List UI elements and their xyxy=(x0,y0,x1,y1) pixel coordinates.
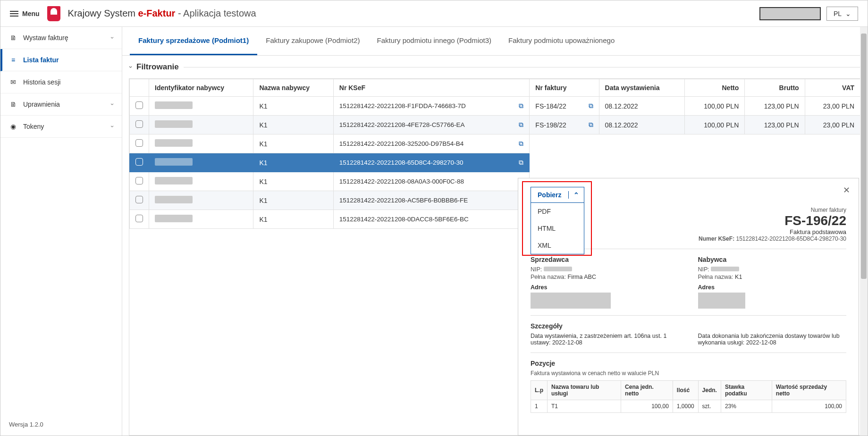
invoice-details-panel: ✕ Pobierz ⌃ PDF HTML XML xyxy=(518,178,859,436)
buyer-id-redacted xyxy=(155,101,193,109)
copy-icon[interactable]: ⧉ xyxy=(589,121,593,129)
buyer-name: K1 xyxy=(253,191,333,210)
tab-authorized[interactable]: Faktury podmiotu upoważnionego xyxy=(500,27,623,55)
col-buyer-name[interactable]: Nazwa nabywcy xyxy=(253,79,333,97)
items-table: L.p Nazwa towaru lub usługi Cena jedn. n… xyxy=(531,380,846,413)
col-buyer-id[interactable]: Identyfikator nabywcy xyxy=(149,79,253,97)
table-row[interactable]: K11512281422-20221208-4FE728-C57766-EA⧉F… xyxy=(130,116,860,134)
download-dropdown[interactable]: Pobierz ⌃ PDF HTML XML xyxy=(531,187,584,203)
coat-of-arms-icon xyxy=(47,6,60,21)
chevron-up-icon: ⌃ xyxy=(568,191,584,199)
download-xml[interactable]: XML xyxy=(531,237,584,254)
copy-icon[interactable]: ⧉ xyxy=(519,159,523,167)
scrollbar[interactable] xyxy=(860,27,868,436)
vat-amount: 23,00 PLN xyxy=(805,116,860,134)
filter-label: Filtrowanie xyxy=(136,62,179,72)
seller-title: Sprzedawca xyxy=(531,256,679,263)
download-button-label: Pobierz xyxy=(531,191,568,199)
list-icon: ≡ xyxy=(9,56,17,64)
checkbox[interactable] xyxy=(135,139,143,147)
main-content: Faktury sprzedażowe (Podmiot1) Faktury z… xyxy=(122,27,868,436)
checkbox[interactable] xyxy=(135,158,143,166)
checkbox[interactable] xyxy=(135,101,143,109)
col-gross[interactable]: Brutto xyxy=(745,79,805,97)
ksef-number: 1512281422-20221208-08A0A3-000F0C-88 xyxy=(339,178,513,185)
col-issue-date[interactable]: Data wystawienia xyxy=(599,79,684,97)
user-badge[interactable] xyxy=(759,7,821,20)
vat-amount: 23,00 PLN xyxy=(805,97,860,116)
nav-session-history[interactable]: ✉ Historia sesji xyxy=(0,71,122,93)
details-section-title: Szczegóły xyxy=(531,322,846,330)
chevron-down-icon: › xyxy=(109,126,116,127)
ksef-number: 1512281422-20221208-65D8C4-298270-30 xyxy=(339,159,513,166)
copy-icon[interactable]: ⧉ xyxy=(519,140,523,148)
buyer-id-redacted xyxy=(155,158,193,166)
download-html[interactable]: HTML xyxy=(531,220,584,237)
buyer-name: K1 xyxy=(253,134,333,153)
buyer-id-redacted xyxy=(155,215,193,222)
tab-purchase[interactable]: Faktury zakupowe (Podmiot2) xyxy=(257,27,368,55)
chevron-down-icon: › xyxy=(109,103,116,105)
checkbox[interactable] xyxy=(135,196,143,203)
buyer-name: K1 xyxy=(253,210,333,229)
net-amount: 100,00 PLN xyxy=(684,97,744,116)
filter-section-toggle[interactable]: › Filtrowanie xyxy=(122,56,868,78)
checkbox[interactable] xyxy=(135,120,143,128)
nav-label: Lista faktur xyxy=(23,56,59,64)
language-selector[interactable]: PL ⌄ xyxy=(826,7,858,21)
checkbox[interactable] xyxy=(135,215,143,222)
checkbox[interactable] xyxy=(135,177,143,184)
col-invoice-no[interactable]: Nr faktury xyxy=(530,79,599,97)
disc-icon: ◉ xyxy=(9,122,17,131)
col-net[interactable]: Netto xyxy=(684,79,744,97)
col-ksef[interactable]: Nr KSeF xyxy=(333,79,530,97)
ksef-number: 1512281422-20221208-4FE728-C57766-EA xyxy=(339,121,513,128)
nav-tokens[interactable]: ◉ Tokeny › xyxy=(0,116,122,138)
buyer-address xyxy=(698,293,745,309)
ksef-number: 1512281422-20221208-AC5BF6-B0BBB6-FE xyxy=(339,197,513,204)
sidebar: 🗎 Wystaw fakturę › ≡ Lista faktur ✉ Hist… xyxy=(0,27,122,436)
chevron-down-icon: › xyxy=(109,37,116,39)
app-title: Krajowy System e-Faktur - Aplikacja test… xyxy=(68,8,256,19)
buyer-name: K1 xyxy=(253,153,333,172)
issue-date: 08.12.2022 xyxy=(599,97,684,116)
table-row[interactable]: K11512281422-20221208-325200-D97B54-B4⧉ xyxy=(130,134,860,153)
table-row[interactable]: K11512281422-20221208-65D8C4-298270-30⧉ xyxy=(130,153,860,172)
gross-amount: 123,00 PLN xyxy=(745,97,805,116)
download-pdf[interactable]: PDF xyxy=(531,203,584,220)
buyer-name: K1 xyxy=(253,172,333,191)
invoice-tabs: Faktury sprzedażowe (Podmiot1) Faktury z… xyxy=(122,27,868,56)
buyer-id-redacted xyxy=(155,196,193,203)
document-icon: 🗎 xyxy=(9,34,17,42)
ksef-number: 1512281422-20221208-0DACC8-5BF6E6-BC xyxy=(339,216,513,223)
buyer-name: K1 xyxy=(253,116,333,134)
download-menu: PDF HTML XML xyxy=(531,203,584,254)
col-vat[interactable]: VAT xyxy=(805,79,860,97)
ksef-number: 1512281422-20221208-325200-D97B54-B4 xyxy=(339,140,513,147)
nav-label: Uprawnienia xyxy=(23,101,60,108)
mail-icon: ✉ xyxy=(9,78,17,86)
close-icon[interactable]: ✕ xyxy=(843,185,850,195)
nav-label: Tokeny xyxy=(23,123,44,130)
copy-icon[interactable]: ⧉ xyxy=(519,102,523,110)
version-label: Wersja 1.2.0 xyxy=(0,413,122,436)
menu-button[interactable]: Menu xyxy=(10,10,40,17)
gross-amount: 123,00 PLN xyxy=(745,116,805,134)
nav-permissions[interactable]: 🗎 Uprawnienia › xyxy=(0,93,122,116)
net-amount: 100,00 PLN xyxy=(684,116,744,134)
invoice-no: FS-198/22 xyxy=(535,121,566,129)
copy-icon[interactable]: ⧉ xyxy=(589,102,593,110)
table-row[interactable]: K11512281422-20221208-F1FDDA-746683-7D⧉F… xyxy=(130,97,860,116)
menu-label: Menu xyxy=(22,10,40,17)
nav-issue-invoice[interactable]: 🗎 Wystaw fakturę › xyxy=(0,27,122,49)
copy-icon[interactable]: ⧉ xyxy=(519,121,523,129)
ksef-number: 1512281422-20221208-F1FDDA-746683-7D xyxy=(339,102,513,109)
buyer-id-redacted xyxy=(155,177,193,184)
seller-address xyxy=(531,293,611,309)
item-row: 1 T1 100,00 1,0000 szt. 23% 100,00 xyxy=(531,400,846,413)
tab-other-entity[interactable]: Faktury podmiotu innego (Podmiot3) xyxy=(368,27,500,55)
buyer-id-redacted xyxy=(155,120,193,128)
buyer-id-redacted xyxy=(155,139,193,147)
nav-invoice-list[interactable]: ≡ Lista faktur xyxy=(0,49,122,71)
tab-sales[interactable]: Faktury sprzedażowe (Podmiot1) xyxy=(130,27,257,55)
